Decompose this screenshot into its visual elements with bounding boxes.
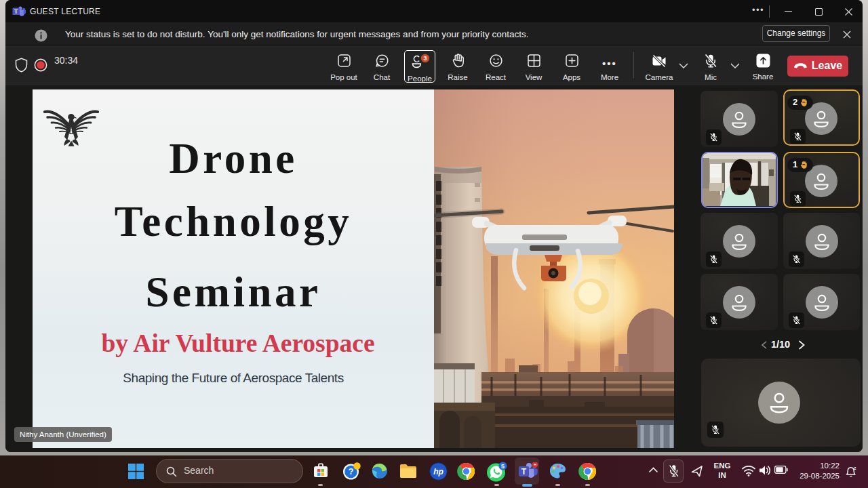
svg-text:?: ? — [349, 467, 354, 476]
svg-text:hp: hp — [433, 467, 443, 476]
svg-text:3: 3 — [423, 55, 427, 62]
svg-text:T: T — [521, 467, 527, 476]
svg-text:T: T — [14, 8, 18, 15]
svg-text:5: 5 — [501, 463, 505, 470]
svg-text:z: z — [854, 466, 856, 470]
